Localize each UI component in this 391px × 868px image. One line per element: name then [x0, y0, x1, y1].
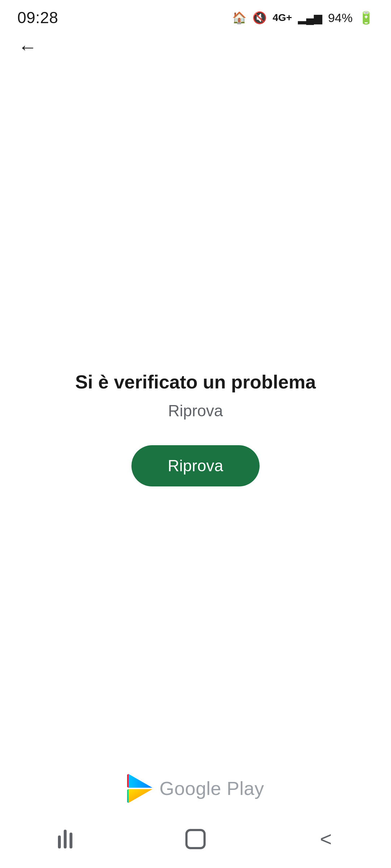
nav-home-button[interactable] — [174, 825, 217, 854]
back-button[interactable]: ← — [13, 33, 42, 61]
recent-icon — [58, 830, 72, 848]
battery-icon: 🔋 — [358, 10, 374, 25]
home-icon: 🏠 — [232, 11, 247, 25]
footer: Google Play — [0, 774, 391, 803]
error-title: Si è verificato un problema — [75, 370, 316, 395]
nav-back-icon: < — [320, 829, 332, 849]
error-subtitle: Riprova — [168, 402, 223, 420]
status-icons: 🏠 🔇 4G+ ▂▄▆ 94% 🔋 — [232, 10, 374, 25]
svg-marker-2 — [127, 774, 129, 788]
status-bar: 09:28 🏠 🔇 4G+ ▂▄▆ 94% 🔋 — [0, 0, 391, 29]
svg-marker-1 — [129, 789, 152, 803]
google-play-icon — [127, 774, 152, 803]
main-content: Si è verificato un problema Riprova Ripr… — [0, 370, 391, 486]
signal-icon: ▂▄▆ — [298, 12, 322, 24]
mute-icon: 🔇 — [252, 11, 267, 25]
back-arrow-icon: ← — [18, 38, 37, 56]
svg-marker-3 — [127, 789, 129, 803]
nav-bar: < — [0, 817, 391, 868]
network-icon: 4G+ — [273, 12, 292, 24]
status-time: 09:28 — [17, 9, 58, 27]
battery-indicator: 94% — [328, 11, 353, 25]
home-icon — [185, 829, 206, 849]
nav-back-button[interactable]: < — [304, 825, 348, 854]
retry-button[interactable]: Riprova — [131, 445, 260, 486]
google-play-logo: Google Play — [127, 774, 264, 803]
svg-marker-0 — [129, 774, 152, 788]
nav-recent-button[interactable] — [43, 825, 87, 854]
google-play-text: Google Play — [160, 778, 264, 799]
